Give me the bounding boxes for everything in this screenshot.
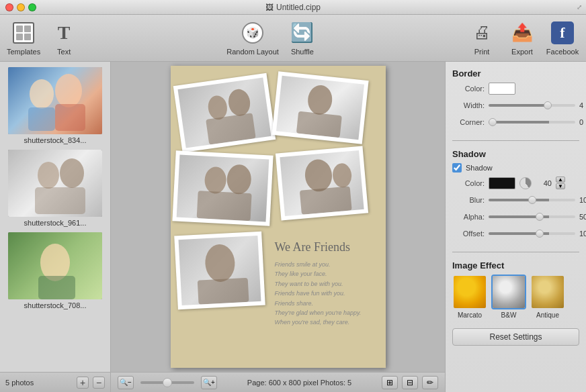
list-item[interactable]: shutterstock_708... <box>5 232 105 309</box>
svg-point-12 <box>306 84 333 116</box>
grid-view-button[interactable]: ⊞ <box>382 376 398 389</box>
page-canvas[interactable]: We Are Friends Friends smile at you. The… <box>171 66 386 368</box>
border-color-label: Color: <box>452 85 485 93</box>
effect-antique-item[interactable]: Antique <box>530 275 565 319</box>
shadow-section: Shadow Shadow Color: 40 ▲ ▼ Blur: 10 <box>452 149 579 244</box>
facebook-label: Facebook <box>546 48 579 56</box>
shadow-blur-slider[interactable] <box>489 199 575 201</box>
shuffle-button[interactable]: 🔄 Shuffle <box>286 21 319 56</box>
svg-rect-21 <box>197 278 249 305</box>
remove-photo-button[interactable]: − <box>93 377 105 389</box>
divider-2 <box>452 252 579 252</box>
shadow-alpha-slider[interactable] <box>489 215 575 218</box>
border-color-swatch[interactable] <box>489 83 515 95</box>
shadow-color-up[interactable]: ▲ <box>556 177 565 183</box>
effect-antique-label: Antique <box>536 311 559 319</box>
window-controls[interactable] <box>5 3 36 11</box>
svg-rect-16 <box>196 191 251 221</box>
collage-photo-3-image <box>176 155 269 222</box>
svg-rect-13 <box>296 111 341 138</box>
text-icon: T <box>52 21 76 45</box>
svg-point-7 <box>40 244 70 281</box>
shadow-checkbox[interactable] <box>452 163 462 173</box>
list-view-button[interactable]: ⊟ <box>402 376 418 389</box>
print-icon: 🖨 <box>470 21 494 45</box>
facebook-button[interactable]: f Facebook <box>546 21 579 56</box>
shadow-color-label: Color: <box>452 179 485 187</box>
collage-photo-4[interactable] <box>275 146 368 221</box>
shadow-offset-value: 10 <box>579 230 586 238</box>
shadow-offset-slider[interactable] <box>489 232 575 235</box>
collage-photo-4-image <box>280 150 364 216</box>
shadow-color-stepper[interactable]: ▲ ▼ <box>556 177 565 189</box>
info-button[interactable]: ✏ <box>422 376 438 389</box>
image-effect-section: Image Effect Marcato B&W <box>452 260 579 319</box>
print-button[interactable]: 🖨 Print <box>465 21 499 56</box>
border-width-label: Width: <box>452 101 485 109</box>
svg-rect-3 <box>55 104 85 131</box>
photo-thumbnail <box>8 232 102 299</box>
photo-thumbnail <box>8 150 102 217</box>
canvas-area: We Are Friends Friends smile at you. The… <box>111 62 445 392</box>
effect-bw-image <box>493 276 525 308</box>
border-color-row: Color: <box>452 83 579 95</box>
export-icon: 📤 <box>510 21 534 45</box>
border-width-value: 4 <box>579 101 583 109</box>
photos-list: shutterstock_834... shutterstock_961... <box>0 62 110 372</box>
shadow-section-title: Shadow <box>452 149 579 159</box>
collage-photo-3[interactable] <box>172 150 273 226</box>
collage-photo-1[interactable] <box>173 73 276 153</box>
svg-point-4 <box>38 162 59 189</box>
random-layout-button[interactable]: 🎲 Random Layout <box>226 21 279 56</box>
photo-image <box>8 232 102 299</box>
add-photo-button[interactable]: + <box>77 377 89 389</box>
zoom-out-icon[interactable]: 🔍− <box>118 376 134 389</box>
reset-settings-button[interactable]: Reset Settings <box>452 328 579 346</box>
border-corner-slider[interactable] <box>489 121 575 124</box>
effect-bw-item[interactable]: B&W <box>491 275 526 319</box>
effect-bw-label: B&W <box>501 311 517 319</box>
main-content: shutterstock_834... shutterstock_961... <box>0 62 586 392</box>
svg-rect-11 <box>206 113 256 144</box>
effect-marcato-thumb <box>452 275 487 309</box>
toolbar: Templates T Text 🎲 Random Layout 🔄 Shuff… <box>0 15 586 62</box>
shadow-blur-label: Blur: <box>452 196 485 204</box>
collage-photo-2[interactable] <box>271 71 368 144</box>
photos-panel: shutterstock_834... shutterstock_961... <box>0 62 111 392</box>
shadow-checkbox-label: Shadow <box>466 164 493 172</box>
photo-label: shutterstock_708... <box>24 301 87 309</box>
canvas-body-text: Friends smile at you. They like your fac… <box>275 260 379 328</box>
shadow-color-row: Color: 40 ▲ ▼ <box>452 177 579 189</box>
photo-image <box>8 67 102 134</box>
maximize-button[interactable] <box>28 3 36 11</box>
shadow-dial[interactable] <box>519 177 532 189</box>
text-button[interactable]: T Text <box>47 21 81 56</box>
export-button[interactable]: 📤 Export <box>505 21 539 56</box>
window-title: 🖼 Untitled.cipp <box>265 3 321 12</box>
random-layout-label: Random Layout <box>226 48 279 56</box>
shadow-color-value: 40 <box>536 179 552 187</box>
list-item[interactable]: shutterstock_834... <box>5 67 105 144</box>
zoom-in-icon[interactable]: 🔍+ <box>201 376 217 389</box>
collage-photo-1-image <box>177 78 271 148</box>
shadow-color-down[interactable]: ▼ <box>556 183 565 189</box>
shadow-color-swatch[interactable] <box>489 177 515 189</box>
effect-bw-thumb <box>491 275 526 309</box>
border-width-slider[interactable] <box>489 104 575 107</box>
effect-marcato-item[interactable]: Marcato <box>452 275 487 319</box>
close-button[interactable] <box>5 3 13 11</box>
photos-count: 5 photos <box>5 379 73 387</box>
random-layout-icon: 🎲 <box>241 21 265 45</box>
svg-rect-6 <box>35 187 85 214</box>
svg-point-10 <box>226 88 251 117</box>
photos-footer: 5 photos + − <box>0 372 110 392</box>
svg-point-15 <box>226 164 251 195</box>
templates-label: Templates <box>7 48 40 56</box>
title-bar: 🖼 Untitled.cipp ⤢ <box>0 0 586 15</box>
collage-photo-5[interactable] <box>174 232 265 310</box>
minimize-button[interactable] <box>17 3 25 11</box>
templates-button[interactable]: Templates <box>7 21 40 56</box>
list-item[interactable]: shutterstock_961... <box>5 150 105 227</box>
svg-point-0 <box>30 79 54 109</box>
zoom-slider[interactable] <box>140 381 194 384</box>
